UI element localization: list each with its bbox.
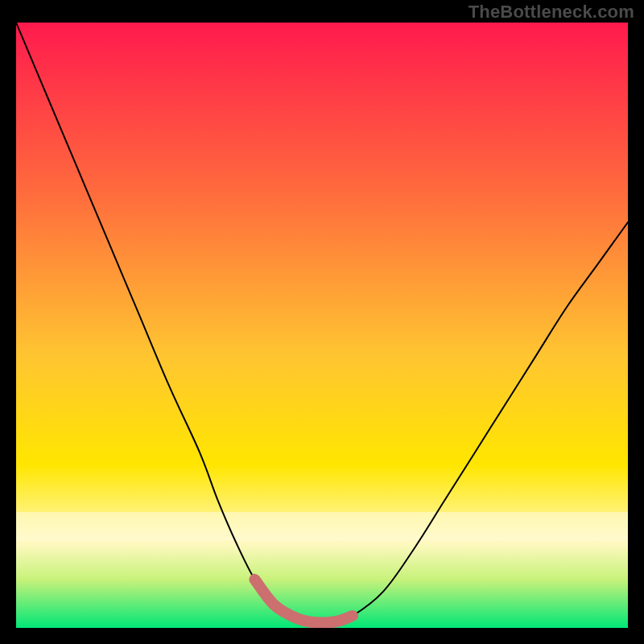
plot-area xyxy=(16,23,628,628)
pale-band xyxy=(16,512,628,541)
watermark-label: TheBottleneck.com xyxy=(469,2,634,23)
chart-frame: TheBottleneck.com xyxy=(0,0,644,644)
bottleneck-chart xyxy=(16,23,628,628)
